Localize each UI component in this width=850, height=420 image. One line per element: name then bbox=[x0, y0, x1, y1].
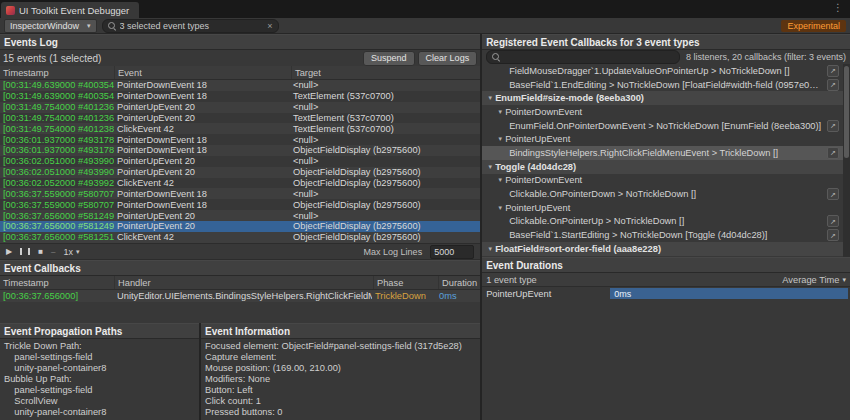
propagation-line: panel-settings-field bbox=[4, 352, 195, 363]
tree-row-callback[interactable]: FieldMouseDragger`1.UpdateValueOnPointer… bbox=[482, 64, 843, 78]
tree-row-group[interactable]: ▼PointerUpEvent bbox=[482, 132, 843, 146]
overflow-menu-icon[interactable]: ⋮ bbox=[833, 2, 843, 13]
log-cell-timestamp: [00:31:49.639000 #400354] bbox=[0, 91, 114, 101]
max-log-lines-input[interactable]: 5000 bbox=[430, 245, 474, 259]
log-cell-target: TextElement (537c0700) bbox=[290, 124, 480, 134]
log-cell-target: TextElement (537c0700) bbox=[290, 91, 480, 101]
tree-row-header[interactable]: ▼FloatField#sort-order-field (aaa8e228) bbox=[482, 242, 843, 256]
log-row[interactable]: [00:31:49.754000 #401236]PointerUpEvent … bbox=[0, 113, 480, 124]
open-source-icon[interactable]: ↗ bbox=[827, 79, 839, 91]
callbacks-search-input[interactable] bbox=[486, 50, 680, 64]
log-row[interactable]: [00:31:49.639000 #400354]PointerDownEven… bbox=[0, 80, 480, 91]
log-row[interactable]: [00:36:37.656000 #581249]PointerUpEvent … bbox=[0, 210, 480, 221]
chevron-down-icon: ▾ bbox=[76, 248, 80, 256]
log-row[interactable]: [00:36:01.937000 #493178]PointerDownEven… bbox=[0, 145, 480, 156]
callback-phase: TrickleDown bbox=[372, 291, 436, 301]
propagation-line: Bubble Up Path: bbox=[4, 374, 195, 385]
tree-row-group[interactable]: ▼PointerDownEvent bbox=[482, 105, 843, 119]
open-source-icon[interactable]: ↗ bbox=[827, 120, 839, 132]
clear-logs-button[interactable]: Clear Logs bbox=[418, 51, 478, 66]
open-source-icon[interactable]: ↗ bbox=[827, 147, 839, 159]
speed-value: 1x bbox=[63, 247, 73, 257]
events-log-rows: [00:31:49.639000 #400354]PointerDownEven… bbox=[0, 80, 480, 243]
propagation-lines: Trickle Down Path: panel-settings-field … bbox=[0, 339, 199, 420]
foldout-open-icon[interactable]: ▼ bbox=[495, 177, 505, 183]
log-cell-event: PointerDownEvent 18 bbox=[114, 80, 290, 90]
log-row[interactable]: [00:36:02.051000 #493990]PointerUpEvent … bbox=[0, 156, 480, 167]
event-info-line: Focused element: ObjectField#panel-setti… bbox=[205, 341, 476, 352]
vertical-scrollbar[interactable] bbox=[843, 64, 850, 257]
column-event[interactable]: Event bbox=[115, 66, 292, 79]
column-duration[interactable]: Duration bbox=[439, 276, 480, 289]
duration-row[interactable]: PointerUpEvent 0ms bbox=[482, 287, 850, 300]
open-source-icon[interactable]: ↗ bbox=[827, 188, 839, 200]
tree-row-callback[interactable]: EnumField.OnPointerDownEvent > NoTrickle… bbox=[482, 119, 843, 133]
speed-dropdown[interactable]: 1x ▾ bbox=[63, 247, 79, 257]
log-row[interactable]: [00:31:49.754000 #401238]ClickEvent 42Te… bbox=[0, 123, 480, 134]
event-info-lines: Focused element: ObjectField#panel-setti… bbox=[201, 339, 480, 420]
foldout-open-icon[interactable]: ▼ bbox=[495, 205, 505, 211]
log-row[interactable]: [00:36:37.559000 #580707]PointerDownEven… bbox=[0, 199, 480, 210]
column-target[interactable]: Target bbox=[292, 66, 480, 79]
tree-row-group[interactable]: ▼PointerDownEvent bbox=[482, 174, 843, 188]
foldout-open-icon[interactable]: ▼ bbox=[485, 246, 495, 252]
play-icon[interactable]: ▶ bbox=[6, 248, 12, 256]
open-source-icon[interactable]: ↗ bbox=[827, 229, 839, 241]
log-cell-target: ObjectFieldDisplay (b2975600) bbox=[290, 232, 480, 242]
log-cell-event: PointerDownEvent 18 bbox=[114, 135, 290, 145]
log-cell-event: PointerDownEvent 18 bbox=[114, 145, 290, 155]
log-row[interactable]: [00:36:37.656000 #581249]PointerUpEvent … bbox=[0, 221, 480, 232]
tree-row-callback[interactable]: Clickable.OnPointerDown > NoTrickleDown … bbox=[482, 187, 843, 201]
event-type-filter-input[interactable]: 3 selected event types × bbox=[102, 19, 279, 33]
log-cell-target: <null> bbox=[290, 211, 480, 221]
propagation-line: Trickle Down Path: bbox=[4, 341, 195, 352]
foldout-open-icon[interactable]: ▼ bbox=[495, 136, 505, 142]
panel-picker-dropdown[interactable]: InspectorWindow ▾ bbox=[4, 19, 97, 33]
tree-row-header[interactable]: ▼Toggle (4d04dc28) bbox=[482, 160, 843, 174]
log-row[interactable]: [00:36:02.051000 #493990]PointerUpEvent … bbox=[0, 167, 480, 178]
scrollbar-thumb[interactable] bbox=[844, 66, 849, 158]
log-cell-target: ObjectFieldDisplay (b2975600) bbox=[290, 178, 480, 188]
log-cell-event: PointerUpEvent 20 bbox=[114, 167, 290, 177]
tree-row-callback[interactable]: BaseField`1.StartEditing > NoTrickleDown… bbox=[482, 228, 843, 242]
tree-row-group[interactable]: ▼PointerUpEvent bbox=[482, 201, 843, 215]
log-row[interactable]: [00:36:01.937000 #493178]PointerDownEven… bbox=[0, 134, 480, 145]
clear-filter-icon[interactable]: × bbox=[267, 21, 272, 31]
suspend-button[interactable]: Suspend bbox=[363, 51, 415, 66]
column-handler[interactable]: Handler bbox=[115, 276, 374, 289]
foldout-open-icon[interactable]: ▼ bbox=[495, 109, 505, 115]
log-row[interactable]: [00:36:02.052000 #493992]ClickEvent 42Ob… bbox=[0, 178, 480, 189]
log-row[interactable]: [00:36:37.559000 #580707]PointerDownEven… bbox=[0, 188, 480, 199]
foldout-open-icon[interactable]: ▼ bbox=[485, 95, 495, 101]
open-source-icon[interactable]: ↗ bbox=[827, 65, 839, 77]
stop-icon[interactable]: ■ bbox=[38, 248, 43, 256]
tree-row-callback[interactable]: BindingsStyleHelpers.RightClickFieldMenu… bbox=[482, 146, 843, 160]
event-info-line: Click count: 1 bbox=[205, 396, 476, 407]
separator-dash: – bbox=[51, 247, 55, 256]
column-phase[interactable]: Phase bbox=[374, 276, 439, 289]
log-row[interactable]: [00:36:37.656000 #581251]ClickEvent 42Ob… bbox=[0, 232, 480, 243]
tree-row-callback[interactable]: BaseField`1.EndEditing > NoTrickleDown [… bbox=[482, 78, 843, 92]
propagation-paths-panel: Event Propagation Paths Trickle Down Pat… bbox=[0, 323, 201, 420]
tree-row-header[interactable]: ▼EnumField#size-mode (8eeba300) bbox=[482, 91, 843, 105]
foldout-open-icon[interactable]: ▼ bbox=[485, 164, 495, 170]
log-row[interactable]: [00:31:49.639000 #400354]PointerDownEven… bbox=[0, 91, 480, 102]
column-timestamp[interactable]: Timestamp bbox=[0, 276, 115, 289]
event-callback-row[interactable]: [00:36:37.656000] UnityEditor.UIElements… bbox=[0, 290, 480, 302]
log-cell-event: PointerUpEvent 20 bbox=[114, 221, 290, 231]
tab-event-debugger[interactable]: UI Toolkit Event Debugger bbox=[1, 2, 139, 18]
panel-picker-value: InspectorWindow bbox=[10, 21, 79, 31]
chevron-down-icon: ▾ bbox=[842, 276, 846, 284]
log-row[interactable]: [00:31:49.754000 #401236]PointerUpEvent … bbox=[0, 102, 480, 113]
event-info-line: Modifiers: None bbox=[205, 374, 476, 385]
log-cell-event: PointerDownEvent 18 bbox=[114, 200, 290, 210]
log-cell-event: PointerUpEvent 20 bbox=[114, 113, 290, 123]
pause-icon[interactable] bbox=[20, 248, 30, 255]
tree-row-callback[interactable]: Clickable.OnPointerUp > NoTrickleDown []… bbox=[482, 215, 843, 229]
durations-sort-dropdown[interactable]: Average Time ▾ bbox=[782, 275, 846, 285]
log-cell-target: <null> bbox=[290, 156, 480, 166]
events-log-header: Timestamp Event Target bbox=[0, 66, 480, 80]
log-cell-target: ObjectFieldDisplay (b2975600) bbox=[290, 221, 480, 231]
column-timestamp[interactable]: Timestamp bbox=[0, 66, 115, 79]
open-source-icon[interactable]: ↗ bbox=[827, 215, 839, 227]
